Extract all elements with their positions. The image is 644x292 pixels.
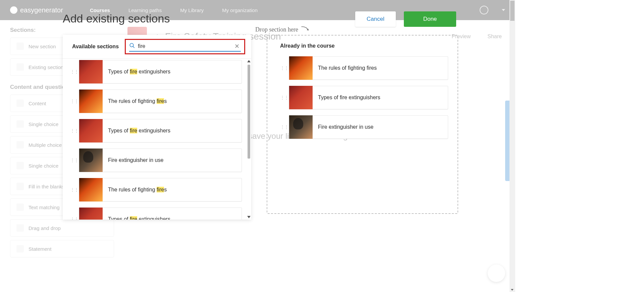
browser-scroll-down-icon[interactable]	[511, 289, 514, 291]
section-thumbnail	[289, 115, 313, 139]
section-card[interactable]: Types of fire extinguishers	[289, 86, 448, 109]
section-title: Fire extinguisher in use	[313, 124, 379, 130]
in-course-dropzone[interactable]: Drop section here Already in the course …	[267, 35, 458, 214]
brand-logo: easygenerator	[10, 6, 63, 14]
section-title: Fire extinguisher in use	[103, 157, 169, 163]
scroll-up-icon[interactable]	[247, 60, 251, 62]
cancel-button[interactable]: Cancel	[355, 11, 396, 27]
available-section-item[interactable]: ⋮⋮The rules of fighting fires	[70, 178, 242, 201]
section-title: The rules of fighting fires	[103, 187, 172, 193]
drag-handle-icon[interactable]: ⋮⋮	[280, 65, 285, 71]
clear-search-icon[interactable]: ✕	[233, 43, 241, 50]
user-menu-caret	[502, 9, 505, 11]
svg-line-1	[133, 46, 135, 48]
search-highlight-box: ✕	[125, 39, 245, 54]
share-action: Share	[487, 34, 502, 40]
section-thumbnail	[289, 56, 313, 80]
drag-handle-icon[interactable]: ⋮⋮	[70, 187, 75, 192]
section-card[interactable]: The rules of fighting fires	[289, 56, 448, 80]
scroll-thumb[interactable]	[248, 65, 250, 159]
available-sections-panel: Available sections ✕ ⋮⋮Types of fire ext…	[63, 35, 251, 220]
section-title: Types of fire extinguishers	[103, 216, 176, 220]
drop-hint: Drop section here	[255, 25, 311, 34]
section-card[interactable]: The rules of fighting fires	[79, 178, 242, 201]
drag-handle-icon[interactable]: ⋮⋮	[70, 128, 75, 133]
svg-point-0	[130, 43, 133, 47]
section-card[interactable]: The rules of fighting fires	[79, 90, 242, 113]
done-button[interactable]: Done	[404, 11, 456, 27]
drag-handle-icon[interactable]: ⋮⋮	[70, 69, 75, 74]
browser-scroll-thumb[interactable]	[510, 1, 515, 21]
available-sections-label: Available sections	[72, 44, 119, 50]
drag-handle-icon[interactable]: ⋮⋮	[70, 99, 75, 104]
section-thumbnail	[79, 149, 103, 172]
section-thumbnail	[79, 178, 103, 201]
in-course-section-item[interactable]: ⋮⋮Types of fire extinguishers	[280, 86, 448, 109]
in-course-section-item[interactable]: ⋮⋮The rules of fighting fires	[280, 56, 448, 80]
available-section-item[interactable]: ⋮⋮Types of fire extinguishers	[70, 208, 242, 220]
available-section-item[interactable]: ⋮⋮Types of fire extinguishers	[70, 119, 242, 142]
section-card[interactable]: Types of fire extinguishers	[79, 208, 242, 220]
course-actions: Preview Share	[451, 34, 502, 40]
section-card[interactable]: Types of fire extinguishers	[79, 119, 242, 142]
in-course-label: Already in the course	[280, 43, 448, 49]
section-title: The rules of fighting fires	[103, 98, 172, 104]
global-search-icon	[480, 6, 488, 14]
section-card[interactable]: Fire extinguisher in use	[289, 115, 448, 139]
section-title: Types of fire extinguishers	[313, 95, 386, 101]
chat-fab	[488, 265, 505, 282]
section-thumbnail	[79, 208, 103, 220]
drag-handle-icon[interactable]: ⋮⋮	[70, 217, 75, 220]
section-card[interactable]: Types of fire extinguishers	[79, 60, 242, 83]
section-title: Types of fire extinguishers	[103, 128, 176, 134]
browser-scrollbar[interactable]	[509, 0, 515, 292]
available-section-item[interactable]: ⋮⋮The rules of fighting fires	[70, 90, 242, 113]
scroll-down-icon[interactable]	[247, 216, 251, 218]
section-title: Types of fire extinguishers	[103, 69, 176, 75]
drag-handle-icon[interactable]: ⋮⋮	[70, 158, 75, 163]
section-thumbnail	[79, 119, 103, 142]
add-existing-sections-modal: Add existing sections Cancel Done Availa…	[63, 10, 458, 292]
search-input[interactable]	[138, 43, 230, 49]
section-thumbnail	[79, 60, 103, 83]
section-thumbnail	[79, 90, 103, 113]
section-card[interactable]: Fire extinguisher in use	[79, 149, 242, 172]
available-section-item[interactable]: ⋮⋮Fire extinguisher in use	[70, 149, 242, 172]
available-section-item[interactable]: ⋮⋮Types of fire extinguishers	[70, 60, 242, 83]
section-title: The rules of fighting fires	[313, 65, 382, 71]
search-icon	[129, 43, 135, 50]
modal-title: Add existing sections	[63, 12, 170, 25]
available-sections-list[interactable]: ⋮⋮Types of fire extinguishers⋮⋮The rules…	[63, 59, 251, 220]
list-scrollbar[interactable]	[247, 60, 251, 218]
in-course-section-item[interactable]: ⋮⋮Fire extinguisher in use	[280, 115, 448, 139]
drag-handle-icon[interactable]: ⋮⋮	[280, 95, 285, 100]
drag-handle-icon[interactable]: ⋮⋮	[280, 124, 285, 130]
section-thumbnail	[289, 86, 313, 109]
